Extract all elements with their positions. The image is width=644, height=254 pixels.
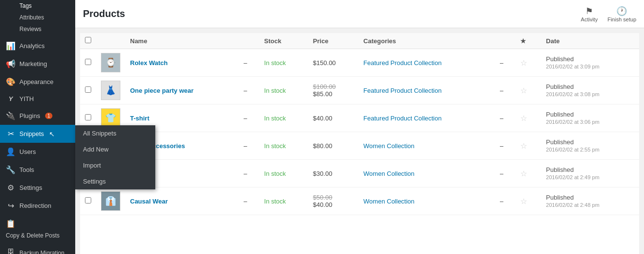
price-cell: $100.00 $85.00 — [308, 77, 359, 104]
products-table-container: Name Stock Price Categories ★ Date ⌚ Rol… — [80, 33, 639, 254]
product-name[interactable]: One piece party wear — [130, 87, 194, 94]
price: $150.00 — [313, 59, 336, 67]
category[interactable]: Featured Product Collection — [363, 115, 442, 122]
sidebar-item-tools[interactable]: 🔧 Tools — [0, 161, 75, 179]
publish-status: Published — [546, 55, 574, 63]
page-title: Products — [83, 8, 125, 19]
sidebar-item-settings-label: Settings — [19, 184, 42, 191]
table-row: 👗 One piece party wear – In stock $100.0… — [80, 77, 639, 104]
product-thumbnail: 👗 — [101, 81, 120, 100]
sidebar-item-attributes[interactable]: Attributes — [0, 12, 75, 23]
publish-date: 2016/02/02 at 2:48 pm — [546, 202, 599, 208]
sidebar-item-snippets-label: Snippets — [19, 130, 44, 137]
appearance-icon: 🎨 — [6, 77, 16, 86]
cursor-icon: ↖ — [49, 130, 55, 138]
copy-delete-icon: 📋 — [6, 219, 16, 228]
category[interactable]: Featured Product Collection — [363, 87, 442, 94]
sidebar-item-plugins[interactable]: 🔌 Plugins 1 — [0, 107, 75, 125]
settings-icon: ⚙ — [6, 183, 16, 192]
sidebar-item-tools-label: Tools — [19, 166, 34, 173]
publish-date: 2016/02/02 at 3:09 pm — [546, 64, 599, 69]
publish-status: Published — [546, 83, 574, 90]
sidebar-item-appearance[interactable]: 🎨 Appearance — [0, 73, 75, 91]
price-cell: $40.00 — [308, 104, 359, 132]
category[interactable]: Featured Product Collection — [363, 59, 442, 67]
price-cell: $30.00 — [308, 160, 359, 187]
product-thumbnail: ⌚ — [101, 53, 120, 72]
dash1: – — [239, 104, 259, 132]
sidebar-item-tags[interactable]: Tags — [0, 0, 75, 12]
plugins-badge: 1 — [45, 113, 53, 119]
star-button[interactable]: ☆ — [520, 86, 527, 95]
price-cell: $50.00 $40.00 — [308, 187, 359, 215]
sidebar-item-backup-migration[interactable]: 🗄 Backup Migration — [0, 244, 75, 254]
product-thumbnail: 👔 — [101, 191, 120, 211]
row-checkbox[interactable] — [85, 86, 91, 93]
flag-icon: ⚑ — [585, 6, 593, 17]
row-checkbox[interactable] — [85, 197, 91, 203]
category[interactable]: Women Collection — [363, 170, 414, 177]
old-price: $50.00 — [313, 194, 354, 201]
star-button[interactable]: ☆ — [520, 114, 527, 122]
top-bar-actions: ⚑ Activity 🕐 Finish setup — [581, 6, 636, 22]
finish-setup-label: Finish setup — [608, 17, 636, 22]
sidebar-item-redirection[interactable]: ↪ Redirection — [0, 197, 75, 215]
date-cell: Published 2016/02/02 at 3:06 pm — [541, 104, 639, 132]
dash1: – — [239, 160, 259, 187]
dash2: – — [495, 160, 515, 187]
flyout-import[interactable]: Import — [75, 157, 155, 173]
star-button[interactable]: ☆ — [520, 142, 527, 150]
dash2: – — [495, 49, 515, 77]
sidebar-item-appearance-label: Appearance — [19, 78, 53, 85]
plugins-icon: 🔌 — [6, 111, 16, 120]
sidebar-item-settings[interactable]: ⚙ Settings — [0, 179, 75, 197]
sidebar-item-reviews[interactable]: Reviews — [0, 23, 75, 35]
product-name[interactable]: Causal Wear — [130, 198, 168, 205]
select-all-checkbox[interactable] — [85, 37, 91, 43]
category[interactable]: Women Collection — [363, 142, 414, 150]
stock-status: In stock — [264, 170, 286, 177]
flyout-all-snippets[interactable]: All Snippets — [75, 125, 155, 141]
activity-button[interactable]: ⚑ Activity — [581, 6, 598, 22]
price-cell: $80.00 — [308, 132, 359, 160]
tools-icon: 🔧 — [6, 165, 16, 174]
star-button[interactable]: ☆ — [520, 169, 527, 178]
sidebar-item-users[interactable]: 👤 Users — [0, 143, 75, 161]
stock-status: In stock — [264, 59, 286, 67]
flyout-settings[interactable]: Settings — [75, 173, 155, 189]
row-checkbox[interactable] — [85, 114, 91, 120]
table-row: 👟 verse – In stock $30.00 Women Collecti… — [80, 160, 639, 187]
product-name[interactable]: Rolex Watch — [130, 59, 168, 67]
dash2: – — [495, 187, 515, 215]
sidebar-item-plugins-label: Plugins — [19, 112, 40, 119]
sidebar-item-snippets[interactable]: ✂ Snippets ↖ — [0, 125, 75, 143]
sidebar-item-marketing[interactable]: 📢 Marketing — [0, 55, 75, 73]
yith-icon: Y — [6, 95, 16, 102]
product-name[interactable]: T-shirt — [130, 115, 149, 122]
price: $40.00 — [313, 201, 332, 208]
sidebar-item-copy-delete-posts[interactable]: 📋 Copy & Delete Posts — [0, 215, 75, 244]
price-cell: $150.00 — [308, 49, 359, 77]
sidebar-item-yith[interactable]: Y YITH — [0, 91, 75, 107]
star-button[interactable]: ☆ — [520, 197, 527, 205]
star-button[interactable]: ☆ — [520, 59, 527, 67]
finish-setup-button[interactable]: 🕐 Finish setup — [608, 6, 636, 22]
stock-status: In stock — [264, 115, 286, 122]
price: $30.00 — [313, 170, 332, 177]
sidebar-item-analytics[interactable]: 📊 Analytics — [0, 37, 75, 55]
flyout-add-new[interactable]: Add New — [75, 141, 155, 157]
table-row: ⌚ Rolex Watch – In stock $150.00 Feature… — [80, 49, 639, 77]
dash2: – — [495, 104, 515, 132]
stock-status: In stock — [264, 87, 286, 94]
sidebar-item-redirection-label: Redirection — [19, 202, 51, 209]
dash1: – — [239, 187, 259, 215]
sidebar-item-analytics-label: Analytics — [19, 42, 45, 50]
publish-status: Published — [546, 138, 574, 146]
analytics-icon: 📊 — [6, 41, 16, 51]
date-cell: Published 2016/02/02 at 2:48 pm — [541, 187, 639, 215]
marketing-icon: 📢 — [6, 59, 16, 68]
dash1: – — [239, 132, 259, 160]
category[interactable]: Women Collection — [363, 198, 414, 205]
redirection-icon: ↪ — [6, 201, 16, 210]
row-checkbox[interactable] — [85, 59, 91, 65]
